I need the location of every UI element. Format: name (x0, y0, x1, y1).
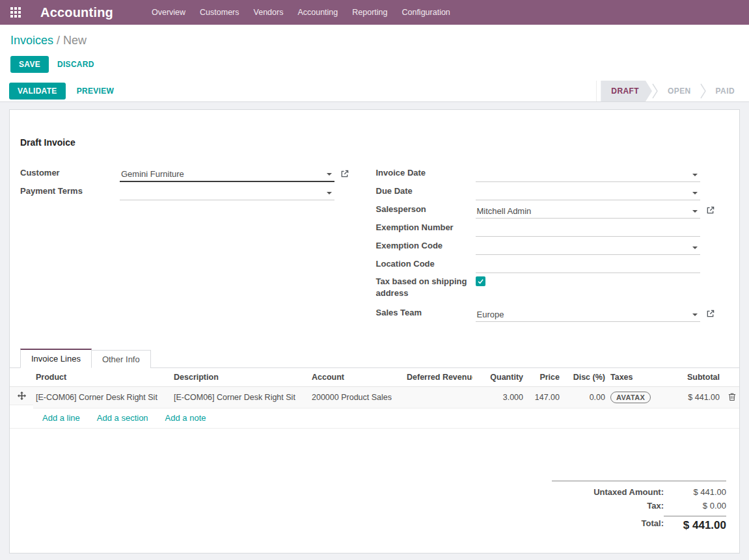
cell-price[interactable]: 147.00 (526, 387, 562, 408)
chevron-down-icon[interactable] (692, 313, 698, 316)
validate-button[interactable]: VALIDATE (9, 83, 66, 100)
salesperson-label: Salesperson (376, 204, 476, 219)
payment-terms-input[interactable] (120, 184, 334, 200)
external-link-icon[interactable] (340, 170, 349, 180)
external-link-icon[interactable] (706, 206, 715, 217)
tax-badge[interactable]: AVATAX (610, 392, 651, 403)
menu-configuration[interactable]: Configuration (394, 0, 457, 25)
location-code-input[interactable] (476, 257, 701, 273)
invoice-date-label: Invoice Date (376, 167, 476, 182)
menu-overview[interactable]: Overview (144, 0, 193, 25)
tax-shipping-checkbox[interactable] (476, 276, 485, 286)
field-tax-shipping: Tax based on shipping address (376, 274, 715, 304)
breadcrumb-invoices[interactable]: Invoices (10, 34, 53, 47)
invoice-date-input[interactable] (476, 166, 701, 182)
discard-button[interactable]: DISCARD (49, 56, 103, 73)
field-payment-terms: Payment Terms (20, 183, 349, 200)
invoice-lines-table: Product Description Account Deferred Rev… (10, 368, 740, 408)
sales-team-label: Sales Team (376, 307, 476, 322)
tax-value: $ 0.00 (664, 501, 726, 511)
chevron-down-icon[interactable] (327, 173, 332, 176)
cell-disc[interactable]: 0.00 (562, 387, 608, 408)
cell-taxes: AVATAX (608, 387, 668, 408)
cell-quantity[interactable]: 3.000 (472, 387, 526, 408)
untaxed-amount-value: $ 441.00 (664, 487, 726, 497)
drag-handle-icon[interactable] (10, 387, 33, 405)
cell-deferred-revenue[interactable] (404, 387, 472, 408)
tab-invoice-lines[interactable]: Invoice Lines (20, 349, 92, 368)
cell-account[interactable]: 200000 Product Sales (309, 387, 404, 408)
field-customer: Customer Gemini Furniture (20, 165, 349, 182)
breadcrumb-current: New (63, 34, 87, 47)
field-sales-team: Sales Team Europe (376, 304, 715, 322)
add-note-link[interactable]: Add a note (165, 413, 206, 423)
field-location-code: Location Code (376, 256, 715, 273)
exemption-number-input[interactable] (476, 220, 701, 237)
delete-line-button[interactable] (728, 392, 736, 403)
breadcrumb: Invoices / New (10, 33, 739, 48)
sales-team-value[interactable]: Europe (477, 310, 690, 319)
exemption-code-input[interactable] (476, 239, 701, 255)
col-description: Description (171, 368, 309, 387)
field-due-date: Due Date (376, 183, 715, 200)
menu-reporting[interactable]: Reporting (345, 0, 394, 25)
menu-accounting[interactable]: Accounting (290, 0, 345, 25)
cell-description[interactable]: [E-COM06] Corner Desk Right Sit (171, 387, 309, 408)
breadcrumb-separator: / (57, 34, 60, 47)
add-line-link[interactable]: Add a line (42, 413, 80, 423)
menu-vendors[interactable]: Vendors (247, 0, 291, 25)
tab-other-info[interactable]: Other Info (92, 350, 151, 368)
external-link-icon[interactable] (706, 310, 715, 320)
sales-team-input[interactable]: Europe (476, 306, 701, 322)
save-button[interactable]: SAVE (10, 56, 49, 73)
apps-grid-icon[interactable] (10, 7, 21, 18)
due-date-input[interactable] (476, 184, 701, 200)
customer-label: Customer (20, 167, 120, 182)
exemption-code-label: Exemption Code (376, 240, 476, 255)
field-exemption-code: Exemption Code (376, 237, 715, 255)
notebook-tabs: Invoice Lines Other Info (10, 349, 739, 368)
col-disc: Disc (%) (562, 368, 608, 387)
app-title[interactable]: Accounting (40, 5, 113, 20)
chevron-down-icon[interactable] (692, 247, 698, 249)
status-pipeline: DRAFT OPEN PAID (596, 81, 744, 101)
field-invoice-date: Invoice Date (376, 165, 715, 182)
col-subtotal: Subtotal (668, 368, 722, 387)
chevron-down-icon[interactable] (692, 192, 698, 194)
totals-block: Untaxed Amount: $ 441.00 Tax: $ 0.00 Tot… (552, 481, 726, 534)
status-paid[interactable]: PAID (707, 81, 744, 101)
due-date-label: Due Date (376, 185, 476, 200)
salesperson-input[interactable]: Mitchell Admin (476, 202, 701, 219)
chevron-down-icon[interactable] (692, 210, 698, 213)
tax-shipping-label: Tax based on shipping address (376, 274, 476, 303)
status-draft[interactable]: DRAFT (601, 81, 652, 101)
table-header-row: Product Description Account Deferred Rev… (10, 368, 740, 387)
cell-subtotal: $ 441.00 (668, 387, 722, 408)
status-open[interactable]: OPEN (659, 81, 700, 101)
payment-terms-label: Payment Terms (20, 185, 120, 200)
chevron-down-icon[interactable] (692, 174, 698, 176)
add-section-link[interactable]: Add a section (97, 413, 148, 423)
untaxed-amount-label: Untaxed Amount: (593, 487, 664, 497)
field-salesperson: Salesperson Mitchell Admin (376, 201, 715, 219)
field-exemption-number: Exemption Number (376, 219, 715, 237)
preview-button[interactable]: PREVIEW (68, 83, 122, 100)
invoice-form-sheet: Draft Invoice Customer Gemini Furniture (9, 109, 740, 553)
customer-value[interactable]: Gemini Furniture (121, 169, 324, 179)
chevron-down-icon[interactable] (327, 192, 332, 194)
trash-icon (728, 392, 736, 401)
customer-input[interactable]: Gemini Furniture (120, 166, 334, 182)
top-navbar: Accounting Overview Customers Vendors Ac… (0, 0, 749, 25)
salesperson-value[interactable]: Mitchell Admin (477, 206, 690, 216)
menu-customers[interactable]: Customers (193, 0, 246, 25)
invoice-form: Customer Gemini Furniture Payment Terms (20, 165, 729, 323)
col-deferred-revenue: Deferred Revenue (404, 368, 472, 387)
untaxed-amount-row: Untaxed Amount: $ 441.00 (552, 485, 726, 499)
form-statusbar: VALIDATE PREVIEW DRAFT OPEN PAID (0, 81, 749, 102)
cell-product[interactable]: [E-COM06] Corner Desk Right Sit (33, 387, 171, 408)
col-product: Product (33, 368, 171, 387)
chevron-right-icon (652, 81, 659, 101)
col-taxes: Taxes (608, 368, 668, 387)
tax-row: Tax: $ 0.00 (552, 499, 726, 513)
invoice-line-row[interactable]: [E-COM06] Corner Desk Right Sit [E-COM06… (10, 387, 740, 408)
